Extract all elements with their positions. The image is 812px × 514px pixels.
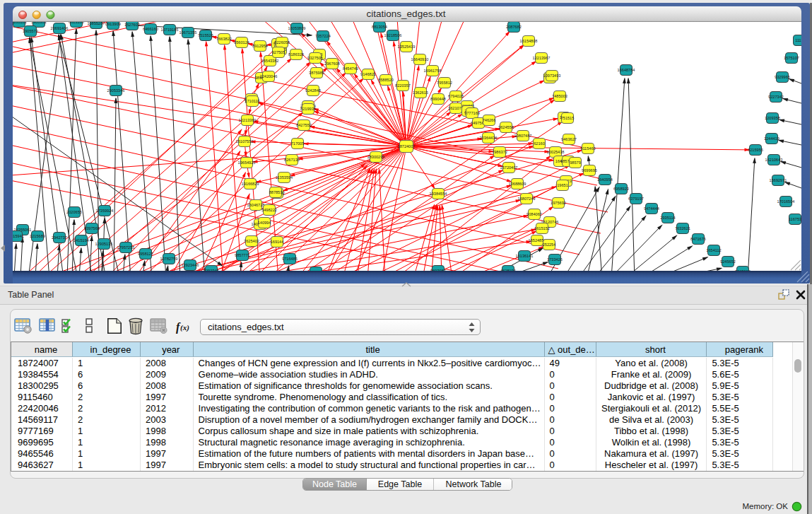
svg-text:3875985: 3875985 [309, 71, 324, 75]
svg-text:16543382: 16543382 [261, 59, 279, 63]
svg-text:9716485: 9716485 [282, 257, 298, 261]
svg-text:9084067: 9084067 [526, 212, 542, 216]
svg-text:7357224: 7357224 [315, 34, 331, 38]
svg-text:140994: 140994 [258, 221, 271, 225]
svg-text:8215955: 8215955 [748, 148, 763, 152]
svg-text:16154808: 16154808 [520, 39, 538, 43]
svg-text:1415194: 1415194 [73, 238, 89, 243]
svg-text:8267130: 8267130 [284, 158, 300, 162]
svg-text:9329965: 9329965 [775, 75, 790, 79]
svg-text:7955812: 7955812 [437, 81, 452, 85]
svg-text:10782759: 10782759 [160, 257, 178, 261]
svg-text:1640954: 1640954 [597, 177, 613, 182]
svg-text:6794028: 6794028 [448, 94, 464, 98]
svg-text:62160: 62160 [534, 141, 545, 146]
svg-text:1362615: 1362615 [413, 90, 428, 95]
svg-text:11353594: 11353594 [276, 175, 293, 180]
svg-text:29053346: 29053346 [107, 88, 125, 93]
svg-text:8219935: 8219935 [300, 107, 316, 111]
svg-text:17016504: 17016504 [777, 199, 795, 204]
svg-text:12923446: 12923446 [182, 263, 199, 267]
svg-text:8220357: 8220357 [395, 83, 411, 88]
svg-text:8912954: 8912954 [252, 44, 268, 48]
svg-text:12905135: 12905135 [95, 242, 113, 246]
svg-text:116753: 116753 [789, 217, 801, 221]
svg-text:7515526: 7515526 [198, 33, 213, 37]
svg-text:22420046: 22420046 [260, 74, 278, 78]
svg-text:2942737: 2942737 [52, 235, 67, 240]
svg-text:7663822: 7663822 [216, 37, 232, 41]
svg-text:717005: 717005 [291, 141, 305, 146]
svg-text:2967608: 2967608 [324, 62, 340, 66]
svg-text:6379197: 6379197 [628, 197, 644, 201]
svg-text:16640910: 16640910 [411, 57, 429, 62]
svg-text:1621072: 1621072 [448, 106, 464, 110]
svg-text:2020655: 2020655 [66, 210, 82, 214]
svg-text:19651: 19651 [557, 183, 568, 187]
svg-text:17359924: 17359924 [96, 209, 114, 213]
svg-text:19654925: 19654925 [238, 160, 256, 165]
svg-text:8588520: 8588520 [378, 78, 394, 82]
svg-text:15720407: 15720407 [500, 165, 518, 170]
svg-text:20364436: 20364436 [480, 136, 498, 140]
svg-text:10973493: 10973493 [543, 74, 561, 78]
svg-text:19166829: 19166829 [242, 182, 259, 186]
svg-text:1975692: 1975692 [551, 201, 566, 205]
svg-text:887853: 887853 [269, 190, 283, 194]
svg-text:9245612: 9245612 [735, 269, 751, 271]
svg-text:1710116: 1710116 [245, 99, 259, 103]
svg-text:1209358: 1209358 [765, 116, 780, 120]
svg-text:16136141: 16136141 [516, 254, 534, 258]
svg-text:8471676: 8471676 [690, 237, 706, 241]
svg-text:5498222: 5498222 [261, 208, 277, 212]
svg-text:1615152: 1615152 [534, 226, 550, 230]
svg-text:18724007: 18724007 [398, 144, 416, 148]
svg-text:10688609: 10688609 [509, 182, 526, 186]
svg-text:7986372: 7986372 [492, 150, 507, 154]
svg-text:5260181: 5260181 [13, 22, 27, 24]
svg-text:2087682: 2087682 [506, 25, 522, 29]
svg-text:18300295: 18300295 [367, 155, 385, 159]
svg-text:6466160: 6466160 [143, 27, 158, 31]
svg-text:3624554: 3624554 [498, 125, 514, 129]
svg-text:9777169: 9777169 [464, 111, 480, 115]
svg-text:9242848: 9242848 [305, 88, 321, 93]
svg-text:(x): (x) [180, 323, 189, 332]
svg-text:3915941: 3915941 [13, 234, 24, 238]
svg-text:7625402: 7625402 [244, 239, 259, 243]
svg-text:746266: 746266 [483, 118, 496, 122]
svg-text:12213967: 12213967 [533, 56, 551, 60]
svg-text:9245652: 9245652 [720, 259, 736, 264]
svg-text:252254: 252254 [543, 243, 556, 247]
svg-text:9474444: 9474444 [644, 206, 659, 211]
svg-text:0913909: 0913909 [105, 22, 121, 26]
svg-text:7632621: 7632621 [675, 226, 690, 230]
svg-text:1905572: 1905572 [23, 29, 38, 33]
svg-text:1292144: 1292144 [308, 270, 324, 271]
svg-text:9115460: 9115460 [580, 146, 595, 151]
svg-text:8813054: 8813054 [372, 25, 387, 29]
svg-text:10807487: 10807487 [514, 134, 532, 138]
svg-text:169144: 169144 [271, 240, 284, 244]
svg-text:16210643: 16210643 [765, 158, 783, 162]
svg-text:7485003: 7485003 [552, 94, 567, 98]
svg-text:10025438: 10025438 [547, 150, 565, 154]
svg-text:9397568: 9397568 [84, 226, 100, 230]
svg-text:9327505: 9327505 [307, 56, 323, 60]
svg-text:1733426: 1733426 [547, 257, 563, 262]
svg-text:16807249: 16807249 [518, 197, 536, 201]
svg-text:9560124: 9560124 [234, 40, 249, 45]
svg-text:751515: 751515 [561, 116, 575, 120]
svg-text:1292346: 1292346 [204, 269, 219, 271]
svg-text:16053809: 16053809 [288, 26, 306, 30]
svg-text:9958127: 9958127 [138, 252, 153, 256]
svg-text:2935114: 2935114 [660, 216, 675, 220]
svg-text:5908301: 5908301 [31, 22, 47, 24]
svg-text:16046728: 16046728 [247, 203, 265, 207]
svg-text:98579: 98579 [570, 160, 581, 165]
svg-text:1527602: 1527602 [124, 23, 140, 27]
svg-text:927505: 927505 [272, 50, 286, 54]
svg-text:16961758: 16961758 [424, 69, 442, 73]
svg-text:10855287: 10855287 [88, 22, 105, 25]
svg-text:8186328: 8186328 [288, 52, 304, 57]
